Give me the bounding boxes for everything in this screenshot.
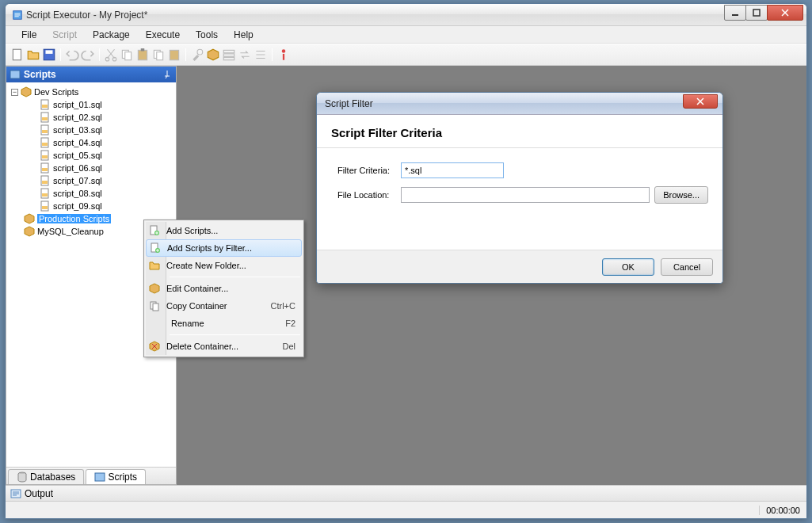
menu-rename[interactable]: Rename F2 (146, 315, 302, 332)
svg-rect-31 (42, 155, 48, 158)
file-location-input[interactable] (401, 187, 650, 203)
database-icon (17, 471, 28, 483)
menu-script[interactable]: Script (44, 27, 85, 43)
sql-file-icon (40, 162, 51, 174)
menu-item-label: Delete Container... (160, 342, 282, 351)
folder-icon (24, 213, 35, 224)
tree-script[interactable]: script_08.sql (8, 187, 174, 200)
list-icon[interactable] (254, 48, 268, 62)
new-icon[interactable] (10, 48, 25, 62)
menu-item-label: Create New Folder... (160, 261, 302, 270)
maximize-button[interactable] (745, 5, 768, 21)
context-menu: Add Scripts... Add Scripts by Filter... … (143, 220, 304, 357)
copy-icon[interactable] (120, 48, 134, 62)
svg-rect-23 (42, 105, 48, 108)
tree-folder-dev[interactable]: − Dev Scripts (8, 86, 174, 98)
copy2-icon[interactable] (151, 48, 166, 62)
output-label: Output (25, 488, 53, 499)
sql-file-icon (40, 188, 51, 199)
delete-icon (149, 341, 160, 352)
menu-tools[interactable]: Tools (188, 27, 226, 43)
paste-icon[interactable] (135, 48, 150, 62)
tree-script[interactable]: script_05.sql (8, 149, 174, 162)
svg-rect-13 (157, 52, 163, 60)
redo-icon[interactable] (81, 48, 95, 62)
minimize-button[interactable] (724, 5, 746, 21)
folder-icon (24, 226, 35, 237)
dialog-body: Filter Criteria: File Location: Browse..… (317, 148, 722, 250)
sql-file-icon (40, 112, 51, 123)
sql-file-icon (40, 175, 51, 186)
svg-rect-35 (42, 181, 48, 184)
menu-add-by-filter[interactable]: Add Scripts by Filter... (146, 239, 302, 257)
svg-rect-41 (95, 473, 105, 481)
ok-button[interactable]: OK (602, 258, 654, 276)
save-icon[interactable] (42, 48, 56, 62)
cut-icon[interactable] (104, 48, 118, 62)
close-button[interactable] (767, 5, 803, 21)
svg-rect-2 (753, 10, 760, 16)
package-icon[interactable] (206, 48, 220, 62)
paste2-icon[interactable] (167, 48, 181, 62)
menu-add-scripts[interactable]: Add Scripts... (146, 222, 302, 239)
tab-label: Databases (30, 471, 75, 483)
cancel-button[interactable]: Cancel (661, 258, 713, 276)
scripts-panel-icon (10, 69, 21, 80)
tree-label: script_05.sql (53, 151, 102, 160)
tab-scripts[interactable]: Scripts (86, 469, 146, 484)
dialog-header-text: Script Filter Criteria (331, 126, 442, 139)
pin-icon[interactable] (162, 69, 173, 80)
add-filter-icon (150, 242, 161, 254)
tree-script[interactable]: script_09.sql (8, 200, 174, 212)
menu-execute[interactable]: Execute (138, 27, 188, 43)
menu-package[interactable]: Package (85, 27, 138, 43)
menu-create-folder[interactable]: Create New Folder... (146, 257, 302, 274)
edit-icon (149, 283, 160, 294)
run-icon[interactable] (276, 48, 291, 62)
titlebar: Script Executor - My Project* (6, 4, 806, 26)
tree-script[interactable]: script_07.sql (8, 174, 174, 187)
undo-icon[interactable] (65, 48, 79, 62)
add-script-icon (149, 225, 160, 236)
tree-label: script_01.sql (53, 100, 102, 109)
tree-script[interactable]: script_04.sql (8, 136, 174, 149)
sql-file-icon (40, 137, 51, 148)
menu-edit-container[interactable]: Edit Container... (146, 280, 302, 297)
menu-separator (170, 334, 300, 335)
filter-criteria-input[interactable] (401, 162, 504, 178)
svg-rect-9 (125, 52, 132, 60)
tools-icon[interactable] (190, 48, 204, 62)
svg-rect-29 (42, 143, 48, 146)
toolbar-separator (99, 48, 100, 61)
menu-delete-container[interactable]: Delete Container... Del (146, 338, 302, 355)
menu-item-label: Edit Container... (160, 284, 302, 293)
sql-file-icon (40, 200, 51, 212)
tree-script[interactable]: script_03.sql (8, 124, 174, 136)
open-icon[interactable] (26, 48, 40, 62)
tree-label: script_08.sql (53, 189, 102, 198)
tree-script[interactable]: script_02.sql (8, 111, 174, 124)
dialog-close-button[interactable] (683, 94, 718, 109)
tab-databases[interactable]: Databases (8, 469, 84, 484)
menu-item-label: Copy Container (160, 301, 271, 311)
output-tab[interactable]: Output (6, 485, 806, 501)
dialog-title: Script Filter (325, 98, 373, 109)
menu-help[interactable]: Help (226, 27, 261, 43)
queue-icon[interactable] (222, 48, 236, 62)
svg-rect-21 (10, 71, 20, 78)
svg-rect-27 (42, 130, 48, 133)
tree-label: script_09.sql (53, 201, 102, 211)
svg-rect-39 (42, 206, 48, 209)
swap-icon[interactable] (238, 48, 252, 62)
tab-label: Scripts (108, 471, 137, 483)
tree-script[interactable]: script_01.sql (8, 98, 174, 111)
file-location-row: File Location: Browse... (337, 186, 708, 204)
svg-rect-16 (223, 50, 234, 52)
menu-item-label: Add Scripts... (160, 226, 302, 235)
menu-file[interactable]: File (13, 27, 44, 43)
collapse-icon[interactable]: − (11, 89, 18, 96)
menu-copy-container[interactable]: Copy Container Ctrl+C (146, 297, 302, 315)
tree-script[interactable]: script_06.sql (8, 162, 174, 174)
tree-label: MySQL_Cleanup (37, 227, 104, 236)
browse-button[interactable]: Browse... (654, 186, 708, 204)
